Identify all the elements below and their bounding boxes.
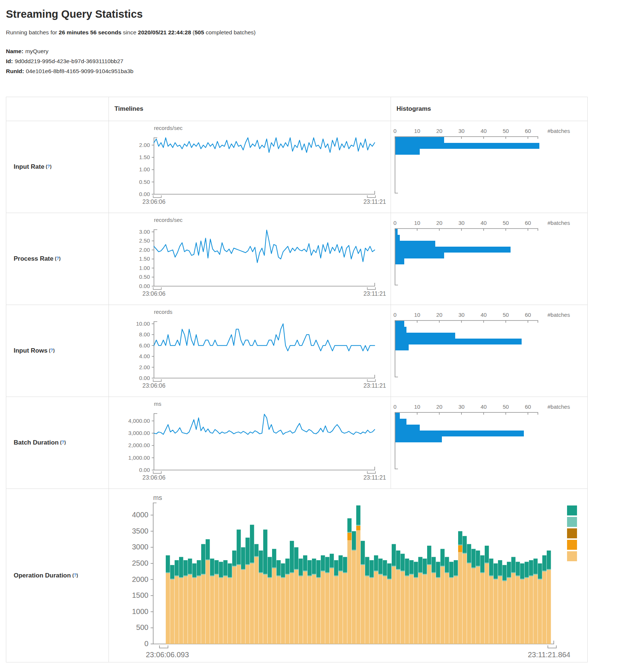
running-prefix: Running batches for <box>6 29 59 35</box>
query-id-row: Id:9d0dd219-995d-423e-b97d-36931110bb27 <box>6 56 619 66</box>
svg-text:records/sec: records/sec <box>154 217 183 223</box>
row-label-input-rate: Input Rate (?) <box>6 121 109 213</box>
histograms-header: Histograms <box>391 97 587 121</box>
svg-text:#batches: #batches <box>547 312 570 318</box>
svg-text:30: 30 <box>459 312 465 318</box>
svg-text:#batches: #batches <box>547 404 570 410</box>
legend-swatch-4 <box>567 551 577 561</box>
svg-text:2.00: 2.00 <box>139 364 150 370</box>
batch-duration-label: Batch Duration <box>14 439 59 446</box>
input-rows-label: Input Rows <box>14 347 48 354</box>
svg-text:23:06:06: 23:06:06 <box>142 291 165 297</box>
operation-duration-label: Operation Duration <box>14 572 71 579</box>
svg-text:30: 30 <box>459 404 465 410</box>
operation-duration-stacked-chart: ms4000350030002500200015001000500023:06:… <box>109 488 587 662</box>
process-rate-label: Process Rate <box>14 255 54 263</box>
svg-text:10: 10 <box>414 312 420 318</box>
svg-text:4000: 4000 <box>132 511 149 519</box>
svg-text:40: 40 <box>481 404 487 410</box>
svg-text:0: 0 <box>144 640 148 648</box>
page-title: Streaming Query Statistics <box>6 8 619 20</box>
legend-swatch-3 <box>567 540 577 550</box>
svg-text:2,000.00: 2,000.00 <box>128 442 150 448</box>
running-summary: Running batches for 26 minutes 56 second… <box>6 29 619 36</box>
svg-text:30: 30 <box>459 220 465 226</box>
svg-text:60: 60 <box>525 220 531 226</box>
operation-duration-help-icon[interactable]: (?) <box>72 573 78 578</box>
svg-text:23:11:21: 23:11:21 <box>363 474 386 481</box>
svg-text:1.50: 1.50 <box>139 256 150 262</box>
query-runid-row: RunId:04e101e6-8bf8-4165-9099-9104c951ba… <box>6 66 619 76</box>
input-rows-histogram-chart: 0102030405060#batches <box>391 305 587 397</box>
running-duration: 26 minutes 56 seconds <box>59 29 121 35</box>
svg-text:#batches: #batches <box>547 220 570 226</box>
svg-text:50: 50 <box>503 404 509 410</box>
svg-text:23:11:21: 23:11:21 <box>363 199 386 205</box>
svg-text:23:06:06: 23:06:06 <box>142 474 165 481</box>
svg-text:#batches: #batches <box>547 128 570 134</box>
statistics-table: Timelines Histograms Input Rate (?) reco… <box>6 97 588 662</box>
query-runid-label: RunId: <box>6 68 24 74</box>
running-paren: ( <box>191 29 195 35</box>
svg-text:2500: 2500 <box>132 559 149 567</box>
svg-text:records/sec: records/sec <box>154 125 183 131</box>
svg-text:23:06:06: 23:06:06 <box>142 199 165 205</box>
svg-text:1000: 1000 <box>132 607 149 616</box>
svg-text:4,000.00: 4,000.00 <box>128 418 150 424</box>
svg-text:1,000.00: 1,000.00 <box>128 455 150 461</box>
svg-text:0.00: 0.00 <box>139 375 150 381</box>
query-id-value: 9d0dd219-995d-423e-b97d-36931110bb27 <box>15 58 123 64</box>
svg-text:0.00: 0.00 <box>139 191 150 197</box>
svg-text:30: 30 <box>459 128 465 134</box>
svg-text:40: 40 <box>481 128 487 134</box>
svg-text:23:11:21: 23:11:21 <box>363 383 386 389</box>
svg-text:0: 0 <box>394 312 396 318</box>
svg-text:23:11:21: 23:11:21 <box>363 291 386 297</box>
input-rate-label: Input Rate <box>14 163 44 171</box>
svg-text:3500: 3500 <box>132 527 149 535</box>
input-rows-timeline-chart: records10.008.006.004.002.000.0023:06:06… <box>109 305 391 397</box>
input-rows-help-icon[interactable]: (?) <box>49 348 55 353</box>
svg-text:23:06:06: 23:06:06 <box>142 383 165 389</box>
svg-text:40: 40 <box>481 312 487 318</box>
svg-text:2.50: 2.50 <box>139 237 150 244</box>
svg-text:ms: ms <box>153 494 162 501</box>
svg-text:8.00: 8.00 <box>139 331 150 337</box>
svg-text:1.00: 1.00 <box>139 265 150 271</box>
svg-text:1500: 1500 <box>132 591 149 599</box>
svg-text:23:11:21.864: 23:11:21.864 <box>528 651 570 659</box>
row-label-operation-duration: Operation Duration (?) <box>6 488 109 662</box>
batch-duration-help-icon[interactable]: (?) <box>60 440 66 445</box>
svg-text:50: 50 <box>503 220 509 226</box>
svg-text:60: 60 <box>525 128 531 134</box>
input-rate-help-icon[interactable]: (?) <box>46 164 51 169</box>
svg-text:0: 0 <box>394 220 396 226</box>
batch-duration-histogram-chart: 0102030405060#batches <box>391 397 587 488</box>
running-since: since <box>121 29 138 35</box>
svg-text:60: 60 <box>525 404 531 410</box>
page: Streaming Query Statistics Running batch… <box>0 0 625 672</box>
svg-text:23:06:06.093: 23:06:06.093 <box>146 651 189 659</box>
svg-text:3000: 3000 <box>132 543 149 551</box>
process-rate-help-icon[interactable]: (?) <box>55 256 61 261</box>
svg-text:50: 50 <box>503 128 509 134</box>
query-name-label: Name: <box>6 48 23 54</box>
svg-text:40: 40 <box>481 220 487 226</box>
svg-text:ms: ms <box>154 401 161 407</box>
svg-text:20: 20 <box>436 404 443 410</box>
svg-text:3.00: 3.00 <box>139 229 150 235</box>
running-suffix: completed batches) <box>204 29 256 35</box>
svg-text:0.50: 0.50 <box>139 274 150 280</box>
svg-text:60: 60 <box>525 312 531 318</box>
query-id-label: Id: <box>6 58 13 64</box>
svg-text:500: 500 <box>136 623 148 631</box>
input-rate-timeline-chart: records/sec2.001.501.000.500.0023:06:062… <box>109 121 391 213</box>
svg-text:0.50: 0.50 <box>139 179 150 185</box>
svg-text:0.00: 0.00 <box>139 283 150 289</box>
svg-text:20: 20 <box>436 220 443 226</box>
query-runid-value: 04e101e6-8bf8-4165-9099-9104c951ba3b <box>26 68 133 74</box>
row-label-batch-duration: Batch Duration (?) <box>6 397 109 488</box>
running-start-time: 2020/05/21 22:44:28 <box>138 29 191 35</box>
query-name-row: Name:myQuery <box>6 46 619 56</box>
svg-text:0: 0 <box>394 404 396 410</box>
